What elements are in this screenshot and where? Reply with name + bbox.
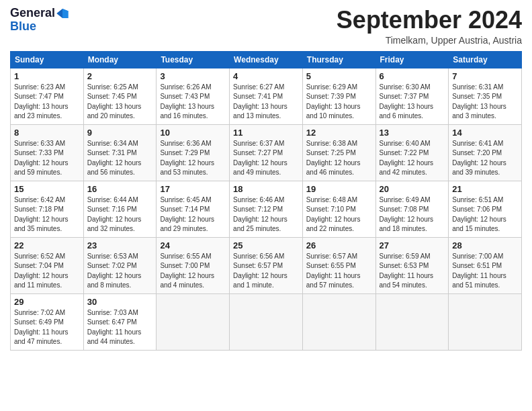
day-number: 8	[14, 128, 80, 138]
weekday-header-tuesday: Tuesday	[157, 51, 230, 68]
week-row-4: 22Sunrise: 6:52 AM Sunset: 7:04 PM Dayli…	[11, 237, 522, 293]
calendar-cell	[449, 293, 522, 350]
logo-general: General	[10, 6, 55, 19]
calendar-cell	[375, 293, 449, 350]
day-number: 30	[87, 297, 153, 307]
weekday-header-row: SundayMondayTuesdayWednesdayThursdayFrid…	[11, 51, 522, 68]
day-number: 27	[380, 240, 445, 250]
day-info: Sunrise: 6:25 AM Sunset: 7:45 PM Dayligh…	[87, 83, 153, 122]
calendar-cell	[230, 293, 303, 350]
day-number: 9	[87, 128, 153, 138]
calendar-cell: 3Sunrise: 6:26 AM Sunset: 7:43 PM Daylig…	[157, 68, 230, 124]
day-number: 25	[233, 240, 299, 250]
day-number: 12	[306, 128, 372, 138]
day-info: Sunrise: 6:42 AM Sunset: 7:18 PM Dayligh…	[14, 195, 80, 234]
calendar-cell	[302, 293, 375, 350]
day-info: Sunrise: 6:33 AM Sunset: 7:33 PM Dayligh…	[14, 139, 80, 178]
day-info: Sunrise: 6:36 AM Sunset: 7:29 PM Dayligh…	[160, 139, 226, 178]
day-info: Sunrise: 6:56 AM Sunset: 6:57 PM Dayligh…	[233, 252, 299, 291]
day-number: 6	[380, 71, 445, 81]
day-info: Sunrise: 6:37 AM Sunset: 7:27 PM Dayligh…	[233, 139, 299, 178]
day-number: 21	[452, 184, 518, 194]
calendar-cell: 5Sunrise: 6:29 AM Sunset: 7:39 PM Daylig…	[302, 68, 375, 124]
calendar-cell: 21Sunrise: 6:51 AM Sunset: 7:06 PM Dayli…	[449, 181, 522, 237]
calendar-cell: 24Sunrise: 6:55 AM Sunset: 7:00 PM Dayli…	[157, 237, 230, 293]
day-number: 24	[160, 240, 226, 250]
day-number: 11	[233, 128, 299, 138]
calendar-cell: 19Sunrise: 6:48 AM Sunset: 7:10 PM Dayli…	[302, 181, 375, 237]
weekday-header-saturday: Saturday	[449, 51, 522, 68]
calendar-cell: 13Sunrise: 6:40 AM Sunset: 7:22 PM Dayli…	[375, 124, 449, 181]
day-number: 16	[87, 184, 153, 194]
day-number: 23	[87, 240, 153, 250]
weekday-header-friday: Friday	[375, 51, 449, 68]
day-info: Sunrise: 6:45 AM Sunset: 7:14 PM Dayligh…	[160, 195, 226, 234]
day-info: Sunrise: 6:41 AM Sunset: 7:20 PM Dayligh…	[452, 139, 518, 178]
day-number: 29	[14, 297, 80, 307]
logo-blue: Blue	[10, 20, 36, 34]
day-number: 26	[306, 240, 372, 250]
title-area: September 2024 Timelkam, Upper Austria, …	[337, 7, 522, 46]
day-number: 7	[452, 71, 518, 81]
day-info: Sunrise: 6:40 AM Sunset: 7:22 PM Dayligh…	[380, 139, 445, 178]
day-info: Sunrise: 6:38 AM Sunset: 7:25 PM Dayligh…	[306, 139, 372, 178]
day-info: Sunrise: 7:00 AM Sunset: 6:51 PM Dayligh…	[452, 252, 518, 291]
day-info: Sunrise: 6:27 AM Sunset: 7:41 PM Dayligh…	[233, 83, 299, 122]
day-info: Sunrise: 6:55 AM Sunset: 7:00 PM Dayligh…	[160, 252, 226, 291]
weekday-header-wednesday: Wednesday	[230, 51, 303, 68]
day-number: 1	[14, 71, 80, 81]
calendar-cell: 25Sunrise: 6:56 AM Sunset: 6:57 PM Dayli…	[230, 237, 303, 293]
calendar-cell: 18Sunrise: 6:46 AM Sunset: 7:12 PM Dayli…	[230, 181, 303, 237]
calendar-cell: 17Sunrise: 6:45 AM Sunset: 7:14 PM Dayli…	[157, 181, 230, 237]
day-number: 22	[14, 240, 80, 250]
calendar-cell: 14Sunrise: 6:41 AM Sunset: 7:20 PM Dayli…	[449, 124, 522, 181]
calendar-cell: 27Sunrise: 6:59 AM Sunset: 6:53 PM Dayli…	[375, 237, 449, 293]
day-number: 14	[452, 128, 518, 138]
day-number: 17	[160, 184, 226, 194]
weekday-header-thursday: Thursday	[302, 51, 375, 68]
day-number: 18	[233, 184, 299, 194]
calendar-cell: 4Sunrise: 6:27 AM Sunset: 7:41 PM Daylig…	[230, 68, 303, 124]
calendar-table: SundayMondayTuesdayWednesdayThursdayFrid…	[10, 51, 522, 351]
day-info: Sunrise: 6:26 AM Sunset: 7:43 PM Dayligh…	[160, 83, 226, 122]
calendar-cell: 1Sunrise: 6:23 AM Sunset: 7:47 PM Daylig…	[11, 68, 84, 124]
day-number: 20	[380, 184, 445, 194]
week-row-3: 15Sunrise: 6:42 AM Sunset: 7:18 PM Dayli…	[11, 181, 522, 237]
calendar-cell: 7Sunrise: 6:31 AM Sunset: 7:35 PM Daylig…	[449, 68, 522, 124]
day-info: Sunrise: 6:31 AM Sunset: 7:35 PM Dayligh…	[452, 83, 518, 122]
day-number: 3	[160, 71, 226, 81]
calendar-cell: 9Sunrise: 6:34 AM Sunset: 7:31 PM Daylig…	[83, 124, 157, 181]
day-number: 19	[306, 184, 372, 194]
day-info: Sunrise: 6:29 AM Sunset: 7:39 PM Dayligh…	[306, 83, 372, 122]
day-info: Sunrise: 6:51 AM Sunset: 7:06 PM Dayligh…	[452, 195, 518, 234]
day-info: Sunrise: 7:03 AM Sunset: 6:47 PM Dayligh…	[87, 308, 153, 347]
logo: General Blue	[10, 7, 69, 34]
day-number: 5	[306, 71, 372, 81]
day-info: Sunrise: 6:57 AM Sunset: 6:55 PM Dayligh…	[306, 252, 372, 291]
day-info: Sunrise: 6:52 AM Sunset: 7:04 PM Dayligh…	[14, 252, 80, 291]
calendar-cell: 22Sunrise: 6:52 AM Sunset: 7:04 PM Dayli…	[11, 237, 84, 293]
calendar-cell: 28Sunrise: 7:00 AM Sunset: 6:51 PM Dayli…	[449, 237, 522, 293]
week-row-1: 1Sunrise: 6:23 AM Sunset: 7:47 PM Daylig…	[11, 68, 522, 124]
calendar-cell: 23Sunrise: 6:53 AM Sunset: 7:02 PM Dayli…	[83, 237, 157, 293]
calendar-cell: 8Sunrise: 6:33 AM Sunset: 7:33 PM Daylig…	[11, 124, 84, 181]
week-row-5: 29Sunrise: 7:02 AM Sunset: 6:49 PM Dayli…	[11, 293, 522, 350]
day-info: Sunrise: 6:23 AM Sunset: 7:47 PM Dayligh…	[14, 83, 80, 122]
weekday-header-sunday: Sunday	[11, 51, 84, 68]
day-info: Sunrise: 6:59 AM Sunset: 6:53 PM Dayligh…	[380, 252, 445, 291]
calendar-cell: 16Sunrise: 6:44 AM Sunset: 7:16 PM Dayli…	[83, 181, 157, 237]
day-info: Sunrise: 6:34 AM Sunset: 7:31 PM Dayligh…	[87, 139, 153, 178]
calendar-cell: 10Sunrise: 6:36 AM Sunset: 7:29 PM Dayli…	[157, 124, 230, 181]
calendar-cell: 11Sunrise: 6:37 AM Sunset: 7:27 PM Dayli…	[230, 124, 303, 181]
day-number: 13	[380, 128, 445, 138]
calendar-cell: 2Sunrise: 6:25 AM Sunset: 7:45 PM Daylig…	[83, 68, 157, 124]
day-number: 28	[452, 240, 518, 250]
day-info: Sunrise: 6:49 AM Sunset: 7:08 PM Dayligh…	[380, 195, 445, 234]
calendar-cell: 12Sunrise: 6:38 AM Sunset: 7:25 PM Dayli…	[302, 124, 375, 181]
day-info: Sunrise: 6:48 AM Sunset: 7:10 PM Dayligh…	[306, 195, 372, 234]
calendar-cell: 6Sunrise: 6:30 AM Sunset: 7:37 PM Daylig…	[375, 68, 449, 124]
location: Timelkam, Upper Austria, Austria	[337, 35, 522, 46]
month-title: September 2024	[337, 7, 522, 34]
day-info: Sunrise: 6:53 AM Sunset: 7:02 PM Dayligh…	[87, 252, 153, 291]
day-number: 10	[160, 128, 226, 138]
